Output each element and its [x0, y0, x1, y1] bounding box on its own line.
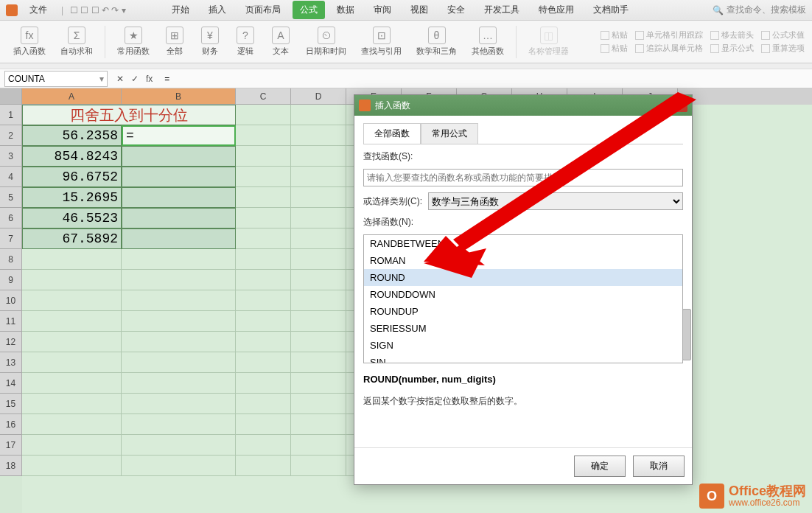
- category-select[interactable]: 数学与三角函数: [428, 192, 683, 210]
- cell[interactable]: [22, 394, 122, 414]
- col-header-D[interactable]: D: [291, 88, 346, 105]
- cell[interactable]: [122, 373, 236, 394]
- cell[interactable]: [291, 105, 346, 125]
- cancel-button[interactable]: 取消: [633, 456, 685, 477]
- tab-view[interactable]: 视图: [403, 1, 435, 19]
- cell[interactable]: [236, 228, 291, 249]
- cell[interactable]: [291, 394, 346, 414]
- cell[interactable]: [22, 311, 122, 332]
- cell[interactable]: [22, 332, 122, 352]
- cell[interactable]: [291, 290, 346, 311]
- function-item[interactable]: RANDBETWEEN: [364, 235, 682, 252]
- cell[interactable]: [122, 456, 236, 476]
- qat-icon[interactable]: ☐ ☐ ☐ ↶ ↷ ▾: [70, 5, 126, 15]
- cell[interactable]: [122, 394, 236, 414]
- cell[interactable]: =: [122, 125, 236, 146]
- name-box-input[interactable]: [8, 74, 99, 84]
- row-header[interactable]: 15: [0, 394, 22, 414]
- cell[interactable]: [291, 414, 346, 435]
- cell[interactable]: [236, 146, 291, 167]
- tab-data[interactable]: 数据: [329, 1, 362, 19]
- col-header-A[interactable]: A: [22, 88, 122, 105]
- cell[interactable]: [22, 373, 122, 394]
- tab-special[interactable]: 特色应用: [531, 1, 581, 19]
- cell[interactable]: [122, 249, 236, 270]
- row-header[interactable]: 10: [0, 290, 22, 311]
- row-header[interactable]: 3: [0, 146, 22, 167]
- tab-security[interactable]: 安全: [440, 1, 472, 19]
- row-header[interactable]: 5: [0, 187, 22, 208]
- cell[interactable]: [236, 435, 291, 456]
- dialog-titlebar[interactable]: 插入函数 ✕: [354, 95, 692, 116]
- cell[interactable]: 46.5523: [22, 208, 122, 228]
- row-header[interactable]: 18: [0, 456, 22, 476]
- cell[interactable]: [236, 105, 291, 125]
- function-item[interactable]: SERIESSUM: [364, 320, 682, 337]
- name-box[interactable]: ▾: [4, 71, 108, 87]
- tab-review[interactable]: 审阅: [366, 1, 399, 19]
- ribbon-all[interactable]: ⊞全部: [158, 25, 191, 58]
- cell[interactable]: [236, 208, 291, 228]
- cell[interactable]: [22, 456, 122, 476]
- cell[interactable]: [122, 146, 236, 167]
- cell[interactable]: 96.6752: [22, 167, 122, 187]
- tab-formula[interactable]: 公式: [293, 1, 325, 19]
- select-all-corner[interactable]: [0, 88, 22, 105]
- cell[interactable]: [291, 435, 346, 456]
- accept-icon[interactable]: ✓: [130, 72, 140, 86]
- function-search-input[interactable]: [363, 169, 683, 186]
- row-header[interactable]: 11: [0, 311, 22, 332]
- tab-all-functions[interactable]: 全部函数: [363, 123, 421, 144]
- scrollbar-handle[interactable]: [682, 309, 683, 360]
- tab-insert[interactable]: 插入: [201, 1, 234, 19]
- function-item[interactable]: SIGN: [364, 337, 682, 354]
- cell[interactable]: [122, 290, 236, 311]
- ok-button[interactable]: 确定: [574, 456, 626, 477]
- formula-input[interactable]: [161, 74, 812, 84]
- cell[interactable]: [122, 311, 236, 332]
- cell[interactable]: [291, 167, 346, 187]
- merged-header-cell[interactable]: 四舍五入到十分位: [22, 105, 236, 125]
- tab-start[interactable]: 开始: [164, 1, 197, 19]
- cell[interactable]: [291, 456, 346, 476]
- col-header-C[interactable]: C: [236, 88, 291, 105]
- cell[interactable]: [122, 270, 236, 290]
- close-button[interactable]: ✕: [668, 99, 687, 112]
- tab-dochelper[interactable]: 文档助手: [586, 1, 636, 19]
- cancel-icon[interactable]: ✕: [115, 72, 125, 86]
- cell[interactable]: [22, 414, 122, 435]
- row-header[interactable]: 9: [0, 270, 22, 290]
- cell[interactable]: [22, 249, 122, 270]
- cell[interactable]: [291, 125, 346, 146]
- ribbon-common[interactable]: ★常用函数: [111, 25, 155, 58]
- cell[interactable]: [236, 456, 291, 476]
- cell[interactable]: [291, 373, 346, 394]
- cell[interactable]: 15.2695: [22, 187, 122, 208]
- cell[interactable]: 854.8243: [22, 146, 122, 167]
- cell[interactable]: [291, 249, 346, 270]
- cell[interactable]: [122, 228, 236, 249]
- cell[interactable]: [236, 332, 291, 352]
- cell[interactable]: [122, 435, 236, 456]
- row-header[interactable]: 17: [0, 435, 22, 456]
- ribbon-finance[interactable]: ¥财务: [194, 25, 226, 58]
- function-list[interactable]: RANDBETWEENROMANROUNDROUNDDOWNROUNDUPSER…: [363, 234, 683, 363]
- cell[interactable]: 67.5892: [22, 228, 122, 249]
- cell[interactable]: [122, 332, 236, 352]
- fx-icon-small[interactable]: fx: [144, 72, 154, 86]
- cell[interactable]: [236, 270, 291, 290]
- cell[interactable]: [122, 187, 236, 208]
- row-header[interactable]: 12: [0, 332, 22, 352]
- cell[interactable]: [236, 249, 291, 270]
- row-header[interactable]: 1: [0, 105, 22, 125]
- search-box[interactable]: 🔍 查找命令、搜索模板: [713, 4, 806, 16]
- row-header[interactable]: 13: [0, 352, 22, 373]
- cell[interactable]: [291, 187, 346, 208]
- cell[interactable]: [122, 167, 236, 187]
- cell[interactable]: [236, 352, 291, 373]
- function-item[interactable]: ROUNDUP: [364, 303, 682, 320]
- cell[interactable]: [291, 228, 346, 249]
- cell[interactable]: [291, 270, 346, 290]
- function-item[interactable]: ROUND: [364, 269, 682, 286]
- cell[interactable]: 56.2358: [22, 125, 122, 146]
